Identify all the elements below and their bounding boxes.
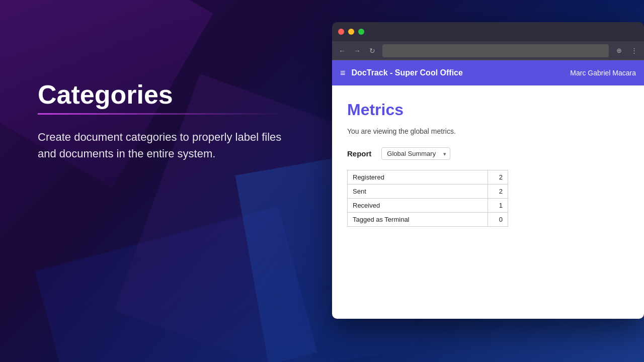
heading-underline [38,113,284,115]
table-cell-value: 2 [488,170,508,185]
metrics-table: Registered2Sent2Received1Tagged as Termi… [347,170,508,227]
table-cell-label: Sent [348,185,488,199]
table-cell-label: Tagged as Terminal [348,213,488,227]
address-bar-input[interactable] [382,44,609,57]
maximize-button[interactable] [358,29,364,35]
table-row: Registered2 [348,170,508,185]
close-button[interactable] [338,29,344,35]
report-label: Report [347,147,371,158]
minimize-button[interactable] [348,29,354,35]
report-section: Report Global Summary Monthly Weekly [347,147,629,160]
report-dropdown[interactable]: Global Summary Monthly Weekly [381,147,450,160]
menu-icon[interactable]: ⋮ [629,46,639,56]
app-content: Metrics You are viewing the global metri… [332,85,644,319]
back-button[interactable]: ← [337,46,347,56]
page-title: Metrics [347,101,629,119]
left-panel-heading: Categories [38,80,289,109]
app-title: DocTrack - Super Cool Office [352,68,463,77]
table-row: Received1 [348,199,508,213]
app-navbar: ≡ DocTrack - Super Cool Office Marc Gabr… [332,60,644,85]
hamburger-icon[interactable]: ≡ [340,68,346,78]
table-row: Tagged as Terminal0 [348,213,508,227]
table-cell-value: 0 [488,213,508,227]
reload-button[interactable]: ↻ [367,46,377,56]
table-cell-label: Received [348,199,488,213]
browser-window: ← → ↻ ⊕ ⋮ ≡ DocTrack - Super Cool Office… [332,22,644,319]
table-cell-value: 2 [488,185,508,199]
left-panel: Categories Create document categories to… [38,80,289,162]
browser-titlebar [332,22,644,41]
report-select[interactable]: Global Summary Monthly Weekly [381,147,450,160]
table-row: Sent2 [348,185,508,199]
bookmark-icon[interactable]: ⊕ [614,46,624,56]
metrics-subtitle: You are viewing the global metrics. [347,127,629,135]
user-name: Marc Gabriel Macara [570,69,636,77]
left-panel-description: Create document categories to properly l… [38,129,289,162]
browser-addressbar: ← → ↻ ⊕ ⋮ [332,41,644,60]
table-cell-label: Registered [348,170,488,185]
navbar-left: ≡ DocTrack - Super Cool Office [340,68,463,78]
table-cell-value: 1 [488,199,508,213]
forward-button[interactable]: → [352,46,362,56]
